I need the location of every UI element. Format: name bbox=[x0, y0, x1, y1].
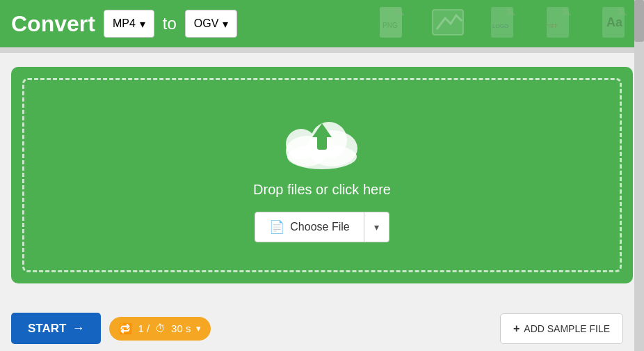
to-format-chevron: ▾ bbox=[223, 17, 228, 31]
header-divider bbox=[0, 47, 644, 53]
start-label: START bbox=[28, 322, 66, 336]
upload-cloud-icon bbox=[280, 108, 364, 171]
drop-text: Drop files or click here bbox=[253, 182, 391, 198]
svg-text:PNG: PNG bbox=[383, 22, 398, 29]
start-arrow: → bbox=[72, 321, 84, 336]
dropzone-wrapper: Drop files or click here 📄 Choose File ▾ bbox=[11, 67, 633, 283]
svg-text:TIFF: TIFF bbox=[547, 24, 558, 29]
bg-icon-2 bbox=[421, 0, 477, 47]
bg-icon-3: LOGO bbox=[477, 0, 533, 47]
to-format-select[interactable]: OGV ▾ bbox=[185, 10, 238, 38]
options-seconds: 30 s bbox=[171, 322, 191, 334]
options-repeat-icon: 🔁 bbox=[119, 322, 132, 335]
bg-icon-1: PNG bbox=[366, 0, 421, 47]
to-label: to bbox=[163, 14, 177, 33]
svg-text:LOGO: LOGO bbox=[492, 23, 508, 29]
scrollbar-thumb[interactable] bbox=[634, 0, 644, 42]
add-sample-button[interactable]: + ADD SAMPLE FILE bbox=[500, 313, 623, 344]
bottom-bar: START → 🔁 1 / ⏱ 30 s ▾ + ADD SAMPLE FILE bbox=[0, 306, 634, 351]
main-content: Drop files or click here 📄 Choose File ▾ bbox=[0, 53, 644, 309]
choose-file-button[interactable]: 📄 Choose File ▾ bbox=[255, 212, 389, 242]
from-format-select[interactable]: MP4 ▾ bbox=[104, 10, 154, 38]
options-clock-icon: ⏱ bbox=[155, 322, 166, 334]
svg-point-17 bbox=[311, 122, 347, 158]
choose-file-dropdown[interactable]: ▾ bbox=[364, 212, 389, 242]
from-format-chevron: ▾ bbox=[140, 17, 145, 31]
from-format-label: MP4 bbox=[113, 17, 136, 30]
options-dropdown-arrow: ▾ bbox=[196, 323, 201, 334]
convert-title: Convert bbox=[11, 11, 95, 37]
add-sample-label: ADD SAMPLE FILE bbox=[524, 323, 610, 334]
scrollbar[interactable] bbox=[634, 0, 644, 351]
header-bg-icons: PNG LOGO TIFF bbox=[366, 0, 644, 47]
dropzone[interactable]: Drop files or click here 📄 Choose File ▾ bbox=[22, 78, 622, 272]
to-format-label: OGV bbox=[194, 17, 219, 30]
header: Convert MP4 ▾ to OGV ▾ PNG LOG bbox=[0, 0, 644, 47]
bg-icon-4: TIFF bbox=[533, 0, 588, 47]
start-button[interactable]: START → bbox=[11, 313, 101, 344]
svg-text:Aa: Aa bbox=[606, 15, 623, 29]
choose-file-main[interactable]: 📄 Choose File bbox=[255, 212, 364, 242]
options-count: 1 / bbox=[138, 322, 150, 334]
choose-file-doc-icon: 📄 bbox=[269, 219, 284, 235]
choose-file-label: Choose File bbox=[290, 221, 349, 233]
add-sample-plus: + bbox=[513, 322, 520, 335]
options-pill[interactable]: 🔁 1 / ⏱ 30 s ▾ bbox=[109, 317, 211, 341]
